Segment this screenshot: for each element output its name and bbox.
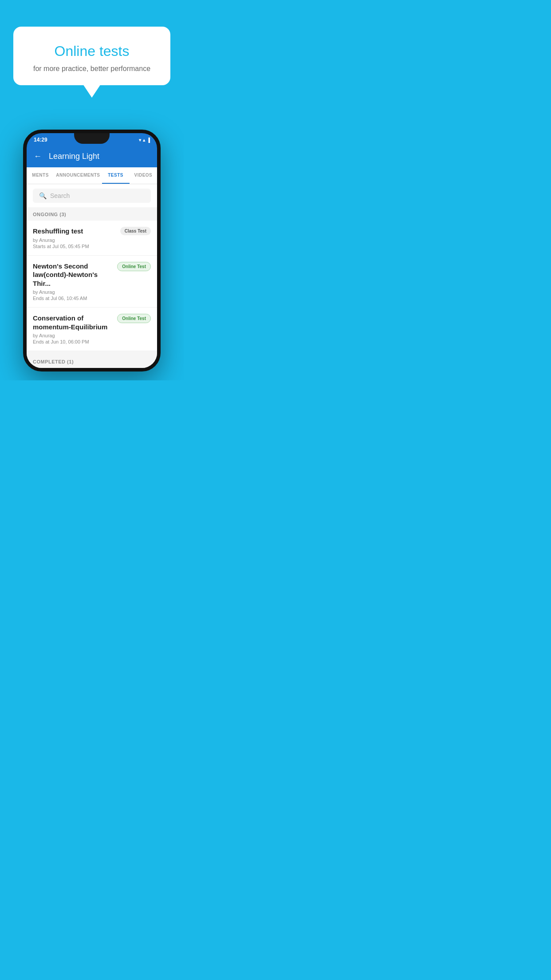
test-date: Ends at Jun 10, 06:00 PM: [33, 339, 151, 344]
phone-notch: [74, 133, 110, 144]
app-title: Learning Light: [49, 152, 99, 161]
battery-icon: ▐: [147, 138, 150, 142]
phone-mockup: 14:29 ▾ ▴ ▐ ← Learning Light MENTS ANNOU…: [23, 130, 161, 371]
speech-bubble: Online tests for more practice, better p…: [13, 27, 170, 85]
search-icon: 🔍: [39, 192, 47, 199]
hero-title: Online tests: [27, 43, 157, 59]
test-author: by Anurag: [33, 237, 151, 243]
app-header: ← Learning Light: [27, 146, 157, 167]
app-content: 🔍 Search ONGOING (3) Reshuffling test Cl…: [27, 184, 157, 368]
test-badge-online: Online Test: [117, 314, 151, 323]
completed-label: COMPLETED (1): [27, 355, 157, 368]
search-placeholder: Search: [50, 192, 70, 199]
test-author: by Anurag: [33, 333, 151, 338]
test-item[interactable]: Newton's Second law(contd)-Newton's Thir…: [27, 256, 157, 308]
tab-videos[interactable]: VIDEOS: [130, 167, 157, 184]
search-bar: 🔍 Search: [27, 184, 157, 207]
search-input-wrapper[interactable]: 🔍 Search: [33, 189, 151, 203]
section-divider: [27, 351, 157, 355]
hero-subtitle: for more practice, better performance: [27, 65, 157, 73]
hero-section: Online tests for more practice, better p…: [0, 0, 184, 103]
status-icons: ▾ ▴ ▐: [139, 138, 150, 142]
test-item-header: Conservation of momentum-Equilibrium Onl…: [33, 314, 151, 331]
tabs-bar: MENTS ANNOUNCEMENTS TESTS VIDEOS: [27, 167, 157, 184]
status-time: 14:29: [34, 137, 47, 143]
tab-announcements[interactable]: ANNOUNCEMENTS: [54, 167, 102, 184]
wifi-icon: ▾: [139, 138, 141, 142]
phone-wrapper: 14:29 ▾ ▴ ▐ ← Learning Light MENTS ANNOU…: [0, 130, 184, 380]
ongoing-label: ONGOING (3): [27, 207, 157, 221]
test-title: Newton's Second law(contd)-Newton's Thir…: [33, 262, 113, 288]
test-date: Starts at Jul 05, 05:45 PM: [33, 244, 151, 249]
test-badge-class: Class Test: [120, 227, 151, 235]
test-title: Conservation of momentum-Equilibrium: [33, 314, 113, 331]
test-item-header: Newton's Second law(contd)-Newton's Thir…: [33, 262, 151, 288]
test-item-header: Reshuffling test Class Test: [33, 227, 151, 236]
tab-tests[interactable]: TESTS: [102, 167, 130, 184]
test-title: Reshuffling test: [33, 227, 116, 236]
signal-icon: ▴: [143, 138, 145, 142]
test-badge-online: Online Test: [117, 262, 151, 271]
test-item[interactable]: Reshuffling test Class Test by Anurag St…: [27, 221, 157, 256]
test-item[interactable]: Conservation of momentum-Equilibrium Onl…: [27, 308, 157, 351]
back-button[interactable]: ←: [34, 152, 42, 161]
test-date: Ends at Jul 06, 10:45 AM: [33, 296, 151, 301]
tab-ments[interactable]: MENTS: [27, 167, 54, 184]
test-author: by Anurag: [33, 289, 151, 295]
